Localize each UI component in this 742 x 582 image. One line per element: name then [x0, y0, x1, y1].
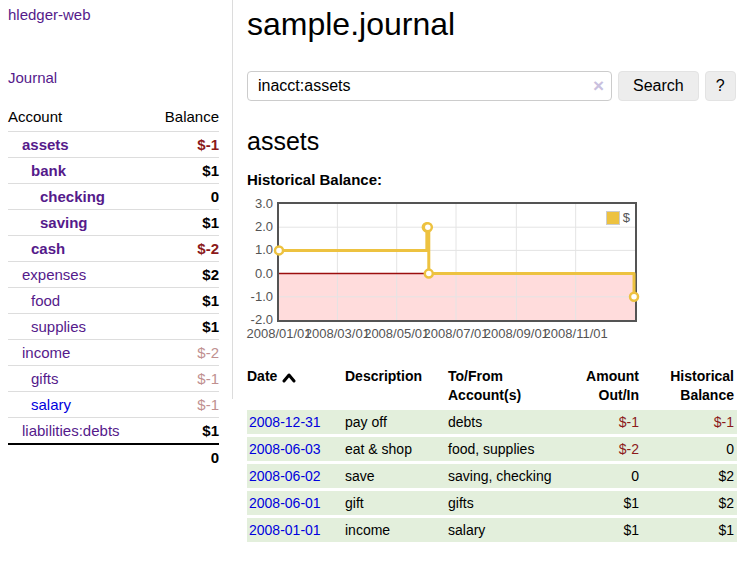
account-row: gifts$-1	[8, 366, 219, 392]
account-heading: assets	[247, 127, 742, 156]
register-row: 2008-06-03eat & shopfood, supplies$-20	[247, 437, 737, 461]
account-name-cell: liabilities:debts	[8, 418, 150, 445]
account-name-cell: gifts	[8, 366, 150, 392]
chart-canvas	[279, 204, 635, 320]
register-row: 2008-01-01incomesalary$1$1	[247, 518, 737, 542]
account-name-cell: cash	[8, 236, 150, 262]
transaction-amount: $1	[560, 491, 642, 515]
y-axis-tick: 1.0	[247, 242, 273, 258]
account-balance: $-1	[150, 366, 219, 392]
account-link-expenses[interactable]: expenses	[22, 266, 86, 283]
account-link-cash[interactable]: cash	[31, 240, 65, 257]
register-header-amount: Amount Out/In	[560, 365, 642, 407]
chart-legend: $	[604, 209, 632, 226]
account-balance: $-1	[150, 132, 219, 158]
sort-ascending-icon	[282, 372, 296, 383]
account-row: expenses$2	[8, 262, 219, 288]
register-header-description: Description	[345, 365, 448, 407]
account-balance: $1	[150, 418, 219, 445]
clear-search-icon[interactable]: ×	[593, 74, 604, 98]
account-balance: $1	[150, 210, 219, 236]
help-button[interactable]: ?	[705, 71, 736, 101]
account-link-saving[interactable]: saving	[40, 214, 88, 231]
transaction-date-link[interactable]: 2008-12-31	[249, 414, 321, 430]
x-axis-tick: 2008/01/01	[246, 326, 311, 341]
search-input[interactable]	[247, 71, 612, 101]
search-button[interactable]: Search	[618, 71, 699, 101]
account-balance: $1	[150, 314, 219, 340]
account-row: cash$-2	[8, 236, 219, 262]
register-header-balance: Historical Balance	[642, 365, 737, 407]
register-table: Date Description To/From Account(s) Amou…	[247, 362, 737, 545]
app-root: hledger-web Journal Account Balance asse…	[0, 0, 742, 582]
chart-title: Historical Balance:	[247, 171, 742, 188]
transaction-date-cell: 2008-12-31	[247, 410, 345, 434]
transaction-date-link[interactable]: 2008-01-01	[249, 522, 321, 538]
account-link-bank[interactable]: bank	[31, 162, 66, 179]
sidebar-item-journal[interactable]: Journal	[8, 69, 57, 86]
transaction-date-link[interactable]: 2008-06-03	[249, 441, 321, 457]
transaction-date-cell: 2008-06-02	[247, 464, 345, 488]
x-axis-tick: 2008/05/01	[364, 326, 429, 341]
account-balance: $-2	[150, 340, 219, 366]
x-axis-tick: 2008/09/01	[484, 326, 549, 341]
transaction-balance: $-1	[642, 410, 737, 434]
account-name-cell: supplies	[8, 314, 150, 340]
account-balance: $1	[150, 158, 219, 184]
account-link-food[interactable]: food	[31, 292, 60, 309]
transaction-date-link[interactable]: 2008-06-02	[249, 468, 321, 484]
transaction-description: pay off	[345, 410, 448, 434]
transaction-amount: 0	[560, 464, 642, 488]
account-name-cell: bank	[8, 158, 150, 184]
account-link-gifts[interactable]: gifts	[31, 370, 59, 387]
transaction-description: income	[345, 518, 448, 542]
register-header-accounts: To/From Account(s)	[448, 365, 560, 407]
account-name-cell: food	[8, 288, 150, 314]
legend-label: $	[623, 210, 630, 225]
account-link-income[interactable]: income	[22, 344, 70, 361]
account-link-liabilities-debts[interactable]: liabilities:debts	[22, 422, 120, 439]
y-axis-tick: 3.0	[247, 196, 273, 212]
transaction-date-link[interactable]: 2008-06-01	[249, 495, 321, 511]
balance-chart: $ 3.02.01.00.0-1.0-2.0 2008/01/012008/03…	[247, 202, 667, 344]
accounts-total-row: 0	[8, 444, 219, 470]
account-link-salary[interactable]: salary	[31, 396, 71, 413]
transaction-accounts: gifts	[448, 491, 560, 515]
y-axis-tick: 2.0	[247, 219, 273, 235]
chart-plot: $	[277, 202, 637, 322]
x-axis-tick: 2008/07/01	[423, 326, 488, 341]
legend-swatch-icon	[606, 211, 620, 225]
account-row: liabilities:debts$1	[8, 418, 219, 445]
transaction-date-cell: 2008-06-01	[247, 491, 345, 515]
accounts-header-row: Account Balance	[8, 105, 219, 132]
register-row: 2008-06-02savesaving, checking0$2	[247, 464, 737, 488]
search-input-wrap: ×	[247, 71, 612, 101]
account-row: bank$1	[8, 158, 219, 184]
accounts-table: Account Balance assets$-1bank$1checking0…	[8, 105, 219, 470]
transaction-accounts: saving, checking	[448, 464, 560, 488]
account-balance: $-1	[150, 392, 219, 418]
transaction-amount: $-1	[560, 410, 642, 434]
account-name-cell: expenses	[8, 262, 150, 288]
transaction-accounts: food, supplies	[448, 437, 560, 461]
y-axis-tick: 0.0	[247, 266, 273, 282]
transaction-amount: $1	[560, 518, 642, 542]
transaction-description: eat & shop	[345, 437, 448, 461]
account-name-cell: income	[8, 340, 150, 366]
account-row: supplies$1	[8, 314, 219, 340]
account-balance: $-2	[150, 236, 219, 262]
account-link-supplies[interactable]: supplies	[31, 318, 86, 335]
accounts-total-spacer	[8, 444, 150, 470]
account-link-assets[interactable]: assets	[22, 136, 69, 153]
page-title: sample.journal	[247, 6, 742, 43]
register-row: 2008-12-31pay offdebts$-1$-1	[247, 410, 737, 434]
account-row: food$1	[8, 288, 219, 314]
register-row: 2008-06-01giftgifts$1$2	[247, 491, 737, 515]
transaction-accounts: debts	[448, 410, 560, 434]
account-row: assets$-1	[8, 132, 219, 158]
brand-link[interactable]: hledger-web	[8, 6, 232, 23]
account-link-checking[interactable]: checking	[40, 188, 105, 205]
account-row: checking0	[8, 184, 219, 210]
accounts-header-account: Account	[8, 105, 150, 132]
register-header-date[interactable]: Date	[247, 365, 345, 407]
